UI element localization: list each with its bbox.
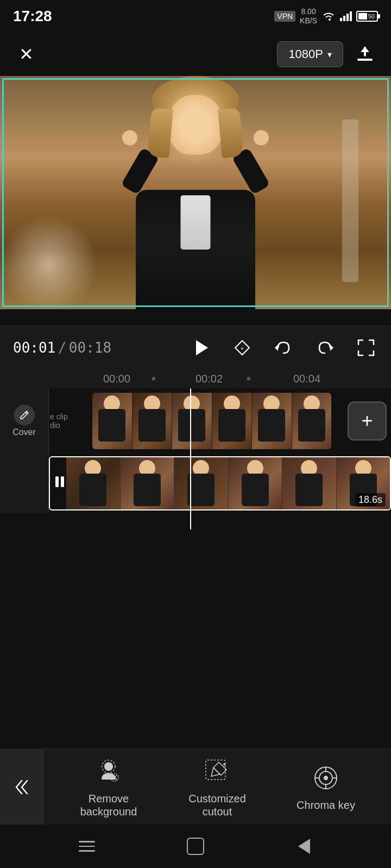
- main-clip-strip[interactable]: [49, 456, 391, 510]
- bottom-toolbar: Removebackground Customizedcutout: [0, 749, 391, 825]
- clip-frame: [133, 393, 173, 449]
- track-sublabel: e clipdio: [50, 412, 68, 430]
- clip-frames-row: [66, 457, 390, 509]
- add-clip-icon: +: [361, 410, 373, 432]
- chroma-key-icon: [311, 763, 341, 793]
- undo-button[interactable]: [272, 336, 295, 360]
- svg-rect-3: [350, 11, 352, 21]
- ts-dot-1: [152, 377, 155, 380]
- play-button[interactable]: [189, 336, 213, 360]
- nav-home-button[interactable]: [185, 835, 206, 857]
- clip-frame: [212, 393, 253, 449]
- export-icon: [355, 44, 375, 64]
- clip-frame: [172, 393, 212, 449]
- svg-rect-4: [357, 59, 373, 61]
- back-icon: [298, 839, 310, 854]
- track-clips-1: e clipdio +: [49, 388, 391, 454]
- track-clips-2: 18.6s: [49, 454, 391, 513]
- svg-text:+: +: [241, 345, 244, 352]
- clip-frame: [252, 393, 292, 449]
- nav-back-button[interactable]: [293, 835, 315, 857]
- undo-icon: [274, 338, 293, 358]
- fullscreen-button[interactable]: [354, 336, 378, 360]
- svg-marker-8: [275, 344, 278, 351]
- timestamp-2: 00:02: [195, 373, 223, 385]
- video-background: [0, 76, 391, 309]
- timeline-timestamps: 00:00 00:02 00:04: [0, 369, 391, 388]
- close-button[interactable]: ✕: [13, 41, 39, 67]
- track-edit-icon-1[interactable]: [14, 405, 35, 425]
- video-frame: [0, 76, 391, 309]
- menu-icon: [79, 841, 95, 852]
- clip-frame-2: [121, 457, 175, 509]
- remove-background-label: Removebackground: [80, 792, 137, 818]
- status-bar: 17:28 VPN 8.00KB/S 50: [0, 0, 391, 33]
- network-speed: 8.00KB/S: [300, 7, 317, 25]
- toolbar-back-button[interactable]: [0, 749, 43, 825]
- battery-fill: [358, 13, 367, 20]
- remove-background-icon: [93, 756, 124, 787]
- track-row-1: Cover e clipdio +: [0, 388, 391, 454]
- timecode-display: 00:01 / 00:18: [13, 340, 111, 356]
- svg-rect-12: [61, 476, 64, 487]
- redo-button[interactable]: [313, 336, 337, 360]
- clip-frame-2: [229, 457, 283, 509]
- track-row-2: 18.6s: [0, 454, 391, 513]
- status-icons: VPN 8.00KB/S 50: [274, 7, 378, 25]
- chevrons-left-icon: [12, 777, 31, 797]
- top-right-controls: 1080P ▾: [277, 41, 378, 67]
- home-icon: [187, 838, 204, 855]
- svg-rect-11: [55, 476, 59, 487]
- toolbar-item-chroma-key[interactable]: Chroma key: [288, 763, 364, 812]
- signal-icon: [340, 11, 352, 21]
- timestamp-4: 00:04: [293, 373, 320, 385]
- vpn-icon: VPN: [274, 11, 295, 22]
- svg-rect-1: [343, 16, 345, 21]
- chroma-key-label: Chroma key: [297, 799, 355, 812]
- timestamp-0: 00:00: [103, 373, 130, 385]
- timeline-tracks: Cover e clipdio +: [0, 388, 391, 529]
- playback-controls: +: [189, 336, 378, 360]
- svg-rect-2: [346, 14, 349, 21]
- clip-frame: [92, 393, 133, 449]
- top-bar: ✕ 1080P ▾: [0, 33, 391, 76]
- film-strip-1[interactable]: [92, 393, 331, 449]
- battery-icon: 50: [356, 11, 378, 22]
- clip-frame: [292, 393, 332, 449]
- gap-area: [0, 309, 391, 326]
- svg-point-22: [324, 776, 328, 780]
- video-preview: [0, 76, 391, 309]
- clip-duration: 18.6s: [355, 493, 386, 507]
- clip-frame-2: [66, 457, 121, 509]
- customized-cutout-icon: [202, 756, 232, 787]
- svg-point-19: [223, 763, 225, 765]
- toolbar-item-customized-cutout[interactable]: Customizedcutout: [179, 756, 255, 818]
- time-separator: /: [58, 340, 67, 356]
- play-icon: [196, 340, 208, 355]
- customized-cutout-label: Customizedcutout: [188, 792, 246, 818]
- ts-dot-2: [247, 377, 250, 380]
- resolution-label: 1080P: [288, 47, 323, 61]
- track-label-area-1: Cover: [0, 388, 49, 454]
- keyframe-button[interactable]: +: [230, 336, 254, 360]
- svg-rect-0: [340, 18, 342, 21]
- controls-bar: 00:01 / 00:18 +: [0, 326, 391, 369]
- person-figure: [119, 87, 272, 304]
- timeline-empty-space: [0, 513, 391, 529]
- track-pause-icon[interactable]: [54, 476, 65, 491]
- system-nav-bar: [0, 825, 391, 868]
- nav-menu-button[interactable]: [76, 835, 98, 857]
- fullscreen-icon: [356, 338, 376, 358]
- clip-frame-2: [282, 457, 337, 509]
- redo-icon: [315, 338, 335, 358]
- close-icon: ✕: [19, 44, 34, 65]
- resolution-button[interactable]: 1080P ▾: [277, 41, 343, 67]
- total-time: 00:18: [69, 340, 111, 356]
- cover-label: Cover: [12, 427, 36, 437]
- keyframe-icon: +: [232, 337, 253, 358]
- svg-line-10: [26, 412, 27, 414]
- export-button[interactable]: [352, 41, 378, 67]
- toolbar-items: Removebackground Customizedcutout: [43, 756, 391, 818]
- add-clip-button[interactable]: +: [348, 401, 387, 441]
- toolbar-item-remove-background[interactable]: Removebackground: [71, 756, 147, 818]
